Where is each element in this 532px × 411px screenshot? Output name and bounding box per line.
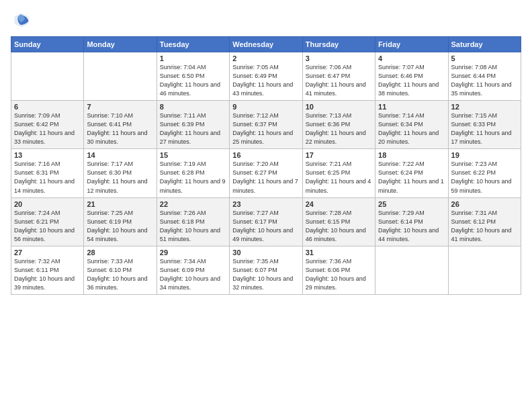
- day-number: 7: [87, 103, 153, 111]
- day-info: Sunrise: 7:09 AM Sunset: 6:42 PM Dayligh…: [14, 111, 81, 146]
- week-row-3: 13Sunrise: 7:16 AM Sunset: 6:31 PM Dayli…: [11, 149, 521, 197]
- week-row-5: 27Sunrise: 7:32 AM Sunset: 6:11 PM Dayli…: [11, 246, 521, 294]
- day-info: Sunrise: 7:05 AM Sunset: 6:49 PM Dayligh…: [232, 63, 299, 98]
- calendar-cell: 18Sunrise: 7:22 AM Sunset: 6:24 PM Dayli…: [375, 149, 448, 197]
- calendar-table: SundayMondayTuesdayWednesdayThursdayFrid…: [11, 36, 521, 295]
- day-number: 8: [160, 103, 226, 111]
- day-info: Sunrise: 7:14 AM Sunset: 6:34 PM Dayligh…: [378, 111, 445, 146]
- calendar-cell: 27Sunrise: 7:32 AM Sunset: 6:11 PM Dayli…: [11, 246, 84, 294]
- day-number: 18: [378, 151, 445, 159]
- calendar-cell: [11, 52, 84, 101]
- day-number: 12: [451, 103, 518, 111]
- day-info: Sunrise: 7:31 AM Sunset: 6:12 PM Dayligh…: [451, 209, 518, 244]
- calendar-cell: 10Sunrise: 7:13 AM Sunset: 6:36 PM Dayli…: [302, 101, 375, 149]
- calendar-cell: 1Sunrise: 7:04 AM Sunset: 6:50 PM Daylig…: [157, 52, 229, 101]
- logo: [11, 11, 31, 32]
- header-row: SundayMondayTuesdayWednesdayThursdayFrid…: [11, 37, 521, 52]
- calendar-cell: 21Sunrise: 7:25 AM Sunset: 6:19 PM Dayli…: [84, 197, 157, 246]
- calendar-cell: [84, 52, 157, 101]
- day-number: 19: [451, 151, 518, 159]
- day-info: Sunrise: 7:20 AM Sunset: 6:27 PM Dayligh…: [232, 160, 299, 195]
- day-number: 10: [306, 103, 372, 111]
- day-number: 29: [160, 248, 226, 257]
- day-number: 31: [306, 248, 372, 257]
- calendar-cell: [375, 246, 448, 294]
- calendar-cell: 30Sunrise: 7:35 AM Sunset: 6:07 PM Dayli…: [230, 246, 302, 294]
- day-info: Sunrise: 7:06 AM Sunset: 6:47 PM Dayligh…: [306, 63, 372, 98]
- day-number: 14: [87, 151, 153, 159]
- day-info: Sunrise: 7:26 AM Sunset: 6:18 PM Dayligh…: [160, 209, 226, 244]
- day-info: Sunrise: 7:12 AM Sunset: 6:37 PM Dayligh…: [232, 111, 299, 146]
- calendar-cell: 12Sunrise: 7:15 AM Sunset: 6:33 PM Dayli…: [448, 101, 521, 149]
- day-info: Sunrise: 7:25 AM Sunset: 6:19 PM Dayligh…: [87, 209, 153, 244]
- header-cell-tuesday: Tuesday: [157, 37, 229, 52]
- calendar-cell: 17Sunrise: 7:21 AM Sunset: 6:25 PM Dayli…: [302, 149, 375, 197]
- calendar-cell: 5Sunrise: 7:08 AM Sunset: 6:44 PM Daylig…: [448, 52, 521, 101]
- week-row-4: 20Sunrise: 7:24 AM Sunset: 6:21 PM Dayli…: [11, 197, 521, 246]
- day-info: Sunrise: 7:22 AM Sunset: 6:24 PM Dayligh…: [378, 160, 445, 195]
- day-number: 5: [451, 54, 518, 62]
- day-info: Sunrise: 7:16 AM Sunset: 6:31 PM Dayligh…: [14, 160, 81, 195]
- day-number: 25: [378, 200, 445, 208]
- day-number: 26: [451, 200, 518, 208]
- page-container: SundayMondayTuesdayWednesdayThursdayFrid…: [0, 0, 532, 300]
- week-row-1: 1Sunrise: 7:04 AM Sunset: 6:50 PM Daylig…: [11, 52, 521, 101]
- header-cell-friday: Friday: [375, 37, 448, 52]
- day-info: Sunrise: 7:21 AM Sunset: 6:25 PM Dayligh…: [306, 160, 372, 195]
- calendar-cell: 6Sunrise: 7:09 AM Sunset: 6:42 PM Daylig…: [11, 101, 84, 149]
- week-row-2: 6Sunrise: 7:09 AM Sunset: 6:42 PM Daylig…: [11, 101, 521, 149]
- logo-icon: [12, 11, 31, 30]
- calendar-cell: 31Sunrise: 7:36 AM Sunset: 6:06 PM Dayli…: [302, 246, 375, 294]
- calendar-cell: 3Sunrise: 7:06 AM Sunset: 6:47 PM Daylig…: [302, 52, 375, 101]
- day-info: Sunrise: 7:15 AM Sunset: 6:33 PM Dayligh…: [451, 111, 518, 146]
- day-info: Sunrise: 7:28 AM Sunset: 6:15 PM Dayligh…: [306, 209, 372, 244]
- day-info: Sunrise: 7:08 AM Sunset: 6:44 PM Dayligh…: [451, 63, 518, 98]
- day-info: Sunrise: 7:13 AM Sunset: 6:36 PM Dayligh…: [306, 111, 372, 146]
- calendar-cell: 7Sunrise: 7:10 AM Sunset: 6:41 PM Daylig…: [84, 101, 157, 149]
- calendar-cell: 16Sunrise: 7:20 AM Sunset: 6:27 PM Dayli…: [230, 149, 302, 197]
- day-number: 28: [87, 248, 153, 257]
- calendar-header: SundayMondayTuesdayWednesdayThursdayFrid…: [11, 37, 521, 52]
- calendar-cell: 15Sunrise: 7:19 AM Sunset: 6:28 PM Dayli…: [157, 149, 229, 197]
- day-number: 27: [14, 248, 81, 257]
- calendar-cell: 29Sunrise: 7:34 AM Sunset: 6:09 PM Dayli…: [157, 246, 229, 294]
- day-number: 1: [160, 54, 226, 62]
- calendar-cell: 24Sunrise: 7:28 AM Sunset: 6:15 PM Dayli…: [302, 197, 375, 246]
- calendar-cell: 2Sunrise: 7:05 AM Sunset: 6:49 PM Daylig…: [230, 52, 302, 101]
- day-number: 6: [14, 103, 81, 111]
- day-info: Sunrise: 7:11 AM Sunset: 6:39 PM Dayligh…: [160, 111, 226, 146]
- calendar-cell: 8Sunrise: 7:11 AM Sunset: 6:39 PM Daylig…: [157, 101, 229, 149]
- day-info: Sunrise: 7:33 AM Sunset: 6:10 PM Dayligh…: [87, 257, 153, 292]
- calendar-cell: 25Sunrise: 7:29 AM Sunset: 6:14 PM Dayli…: [375, 197, 448, 246]
- day-info: Sunrise: 7:19 AM Sunset: 6:28 PM Dayligh…: [160, 160, 226, 195]
- calendar-cell: 28Sunrise: 7:33 AM Sunset: 6:10 PM Dayli…: [84, 246, 157, 294]
- day-number: 23: [232, 200, 299, 208]
- calendar-cell: 11Sunrise: 7:14 AM Sunset: 6:34 PM Dayli…: [375, 101, 448, 149]
- day-number: 4: [378, 54, 445, 62]
- day-info: Sunrise: 7:24 AM Sunset: 6:21 PM Dayligh…: [14, 209, 81, 244]
- calendar-cell: 13Sunrise: 7:16 AM Sunset: 6:31 PM Dayli…: [11, 149, 84, 197]
- header-cell-wednesday: Wednesday: [230, 37, 302, 52]
- day-number: 9: [232, 103, 299, 111]
- day-info: Sunrise: 7:36 AM Sunset: 6:06 PM Dayligh…: [306, 257, 372, 292]
- calendar-cell: 22Sunrise: 7:26 AM Sunset: 6:18 PM Dayli…: [157, 197, 229, 246]
- day-info: Sunrise: 7:35 AM Sunset: 6:07 PM Dayligh…: [232, 257, 299, 292]
- day-number: 16: [232, 151, 299, 159]
- day-number: 17: [306, 151, 372, 159]
- day-number: 20: [14, 200, 81, 208]
- day-info: Sunrise: 7:32 AM Sunset: 6:11 PM Dayligh…: [14, 257, 81, 292]
- header-cell-saturday: Saturday: [448, 37, 521, 52]
- calendar-cell: 20Sunrise: 7:24 AM Sunset: 6:21 PM Dayli…: [11, 197, 84, 246]
- header-cell-thursday: Thursday: [302, 37, 375, 52]
- calendar-cell: 9Sunrise: 7:12 AM Sunset: 6:37 PM Daylig…: [230, 101, 302, 149]
- day-number: 3: [306, 54, 372, 62]
- day-info: Sunrise: 7:10 AM Sunset: 6:41 PM Dayligh…: [87, 111, 153, 146]
- calendar-cell: 26Sunrise: 7:31 AM Sunset: 6:12 PM Dayli…: [448, 197, 521, 246]
- page-header: [11, 8, 521, 32]
- calendar-cell: 19Sunrise: 7:23 AM Sunset: 6:22 PM Dayli…: [448, 149, 521, 197]
- day-number: 30: [232, 248, 299, 257]
- day-info: Sunrise: 7:04 AM Sunset: 6:50 PM Dayligh…: [160, 63, 226, 98]
- day-number: 2: [232, 54, 299, 62]
- day-info: Sunrise: 7:27 AM Sunset: 6:17 PM Dayligh…: [232, 209, 299, 244]
- day-number: 11: [378, 103, 445, 111]
